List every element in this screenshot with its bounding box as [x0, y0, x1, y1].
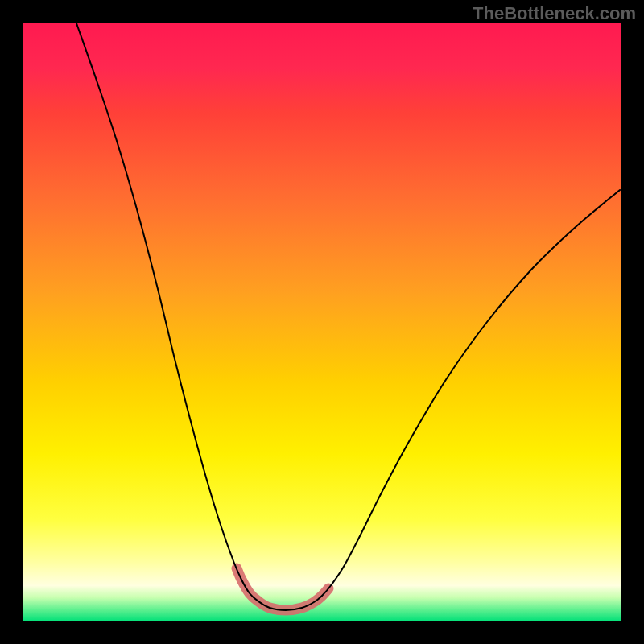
gradient-background	[23, 23, 621, 621]
chart-stage: TheBottleneck.com	[0, 0, 644, 644]
chart-svg	[0, 0, 644, 644]
watermark-label: TheBottleneck.com	[473, 3, 636, 24]
